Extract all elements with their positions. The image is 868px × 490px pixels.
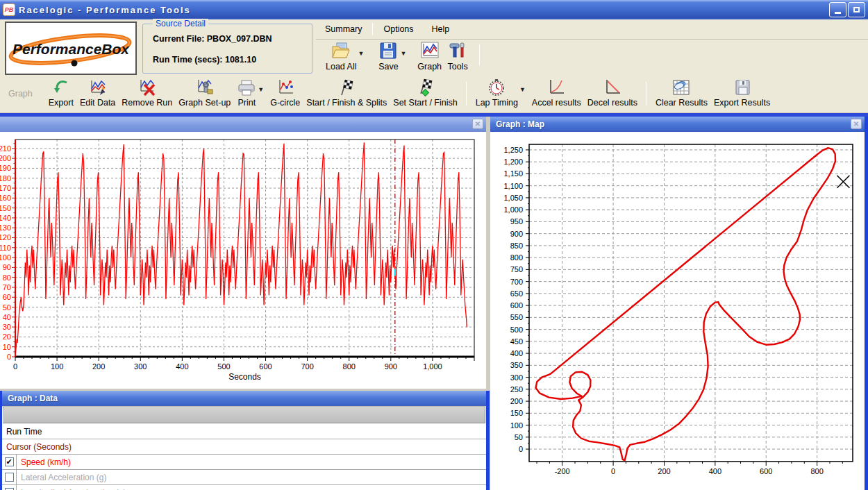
menu-options[interactable]: Options — [374, 24, 422, 34]
map-window: Graph : Map ✕ 05010015020025030035040045… — [490, 117, 868, 490]
svg-text:350: 350 — [510, 361, 523, 369]
svg-text:950: 950 — [510, 217, 523, 226]
svg-text:50: 50 — [3, 303, 11, 312]
svg-text:170: 170 — [0, 184, 11, 192]
svg-text:450: 450 — [510, 337, 523, 346]
app-icon: PB — [3, 3, 15, 16]
toolbar-separator — [479, 44, 480, 65]
graph-toolbar: Graph Export Edit Data — [0, 76, 868, 113]
remove-run-button[interactable]: Remove Run — [122, 78, 172, 108]
edit-data-icon — [89, 78, 107, 96]
accel-results-button[interactable]: Accel results — [532, 78, 581, 108]
data-titlebar[interactable]: Graph : Data — [2, 391, 486, 406]
svg-text:-200: -200 — [555, 467, 570, 475]
clear-results-button[interactable]: Clear Results — [656, 78, 708, 108]
menu-separator — [372, 23, 373, 35]
svg-text:160: 160 — [0, 194, 11, 202]
speed-checkbox[interactable] — [5, 457, 14, 466]
menu-bar: Summary Options Help — [316, 19, 868, 40]
svg-text:1,000: 1,000 — [503, 205, 523, 214]
export-button[interactable]: Export — [49, 78, 74, 108]
data-row-lateral-accel[interactable]: Lateral Acceleration (g) — [2, 470, 486, 485]
export-results-icon — [733, 78, 751, 96]
tools-button[interactable]: Tools — [447, 40, 468, 71]
speed-graph-titlebar[interactable]: ✕ — [0, 117, 486, 132]
svg-text:600: 600 — [510, 301, 523, 310]
performancebox-logo-graphic: PerformanceBox — [6, 23, 135, 74]
performancebox-logo: PerformanceBox — [5, 22, 137, 75]
map-chart[interactable]: 0501001502002503003504004505005506006507… — [490, 132, 865, 490]
svg-text:700: 700 — [301, 362, 313, 371]
toolbar-separator — [646, 82, 646, 105]
main-toolbar: Load All ▼ Save ▼ — [316, 40, 480, 76]
svg-text:400: 400 — [510, 349, 523, 357]
set-start-finish-button[interactable]: Set Start / Finish — [393, 78, 457, 108]
data-grid-header — [3, 407, 485, 423]
svg-text:500: 500 — [217, 362, 230, 371]
source-detail-title: Source Detail — [153, 19, 208, 28]
svg-text:900: 900 — [510, 230, 523, 238]
svg-text:1,000: 1,000 — [423, 362, 442, 371]
print-dropdown-icon[interactable]: ▼ — [258, 86, 264, 93]
svg-text:100: 100 — [510, 421, 523, 430]
toolbar-separator — [466, 82, 467, 105]
svg-text:550: 550 — [510, 313, 523, 321]
application-window: PB Racelogic - Performance Tools Perform… — [0, 0, 868, 490]
load-all-dropdown-icon[interactable]: ▼ — [358, 50, 364, 57]
map-titlebar[interactable]: Graph : Map ✕ — [490, 117, 865, 132]
export-results-button[interactable]: Export Results — [714, 78, 770, 108]
data-title: Graph : Data — [2, 394, 58, 403]
start-finish-splits-button[interactable]: Start / Finish & Splits — [306, 78, 387, 108]
svg-text:0: 0 — [7, 353, 11, 361]
close-icon[interactable]: ✕ — [472, 119, 483, 129]
g-circle-icon — [276, 78, 294, 96]
svg-text:650: 650 — [510, 289, 523, 298]
print-button[interactable]: Print — [237, 78, 256, 108]
svg-text:40: 40 — [3, 313, 11, 321]
print-icon — [237, 78, 256, 96]
svg-text:1,050: 1,050 — [503, 194, 523, 202]
decel-results-button[interactable]: Decel results — [587, 78, 637, 108]
graph-button[interactable]: Graph — [417, 40, 442, 71]
set-start-finish-icon — [415, 78, 436, 96]
data-window: Graph : Data Run Time Cursor (Seconds) S… — [0, 391, 490, 490]
close-icon[interactable]: ✕ — [851, 119, 862, 129]
save-dropdown-icon[interactable]: ▼ — [400, 50, 406, 57]
svg-text:1,150: 1,150 — [503, 169, 523, 178]
svg-text:10: 10 — [3, 343, 11, 351]
svg-text:800: 800 — [510, 253, 523, 262]
svg-text:130: 130 — [0, 223, 11, 232]
maximize-button[interactable] — [848, 2, 865, 17]
minimize-button[interactable] — [829, 2, 846, 17]
menu-help[interactable]: Help — [423, 24, 459, 34]
data-row-cursor[interactable]: Cursor (Seconds) — [2, 439, 486, 455]
svg-text:200: 200 — [0, 154, 11, 162]
svg-text:0: 0 — [13, 362, 17, 371]
maximize-icon — [853, 7, 860, 12]
save-button[interactable]: Save — [378, 40, 399, 71]
run-time-text: Run Time (secs): 1081.10 — [153, 55, 256, 65]
load-all-button[interactable]: Load All — [326, 40, 356, 71]
g-circle-button[interactable]: G-circle — [270, 78, 300, 108]
svg-text:500: 500 — [510, 326, 523, 334]
graph-icon — [419, 40, 440, 61]
data-row-longitudinal-accel[interactable]: Longitudinal Acceleration (g) — [2, 485, 486, 490]
speed-chart[interactable]: 0102030405060708090100110120130140150160… — [0, 132, 486, 389]
header-band: PerformanceBox Source Detail Current Fil… — [0, 19, 868, 76]
lap-timing-dropdown-icon[interactable]: ▼ — [519, 86, 526, 93]
svg-text:80: 80 — [3, 273, 11, 282]
graph-setup-button[interactable]: Graph Set-up — [178, 78, 231, 108]
svg-text:50: 50 — [515, 433, 523, 441]
svg-text:900: 900 — [385, 362, 397, 371]
edit-data-button[interactable]: Edit Data — [80, 78, 115, 108]
svg-text:400: 400 — [709, 467, 721, 475]
lateral-accel-checkbox[interactable] — [5, 473, 14, 482]
lap-timing-button[interactable]: Lap Timing — [476, 78, 518, 108]
menu-summary[interactable]: Summary — [316, 24, 371, 34]
data-row-speed[interactable]: Speed (km/h) — [2, 455, 486, 470]
save-icon — [378, 40, 399, 61]
clear-results-icon — [671, 78, 691, 96]
app-titlebar[interactable]: PB Racelogic - Performance Tools — [0, 0, 868, 19]
data-row-run-time[interactable]: Run Time — [2, 424, 486, 439]
accel-results-icon — [547, 78, 565, 96]
